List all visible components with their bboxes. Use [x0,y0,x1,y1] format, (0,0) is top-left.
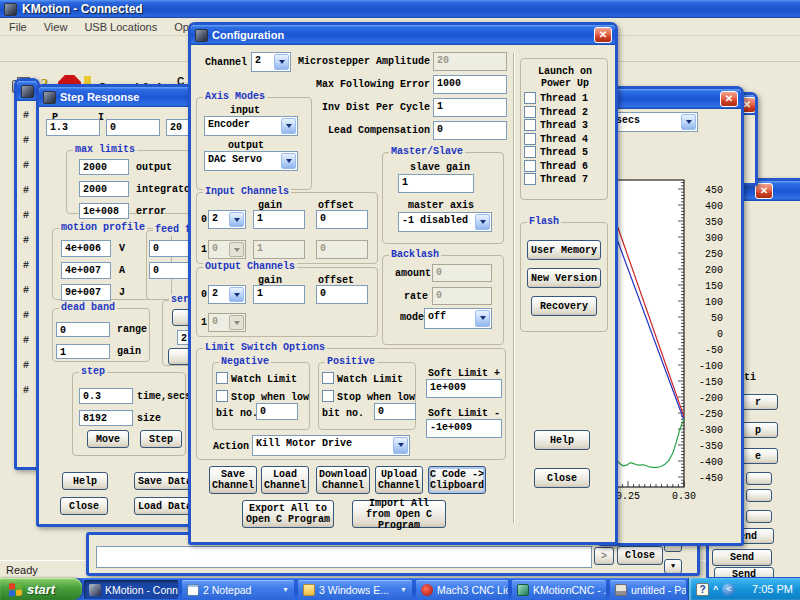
soft-limit-minus-field[interactable]: -1e+009 [426,419,502,438]
task-group-chevron-icon[interactable]: ▼ [400,586,407,593]
negative-stop-when-low-checkbox[interactable] [216,390,228,402]
channel-select[interactable]: 2 [251,52,291,72]
panel-small-button[interactable] [746,489,772,502]
configuration-titlebar[interactable]: Configuration [191,25,615,45]
master-axis-select[interactable]: -1 disabled [398,212,492,232]
taskbar-task-kmotioncnc[interactable]: KMotionCNC - ... [512,580,606,599]
time-units-select[interactable]: secs [612,112,698,132]
step-button[interactable]: Step [140,430,182,448]
panel-button-fragment[interactable]: r [738,394,778,410]
thread-checkbox[interactable] [524,173,536,185]
help-button[interactable]: Help [62,472,108,490]
menu-file[interactable]: File [9,21,27,33]
task-group-chevron-icon[interactable]: ▼ [282,586,289,593]
user-memory-button[interactable]: User Memory [527,240,601,260]
close-icon[interactable]: ✕ [720,91,738,107]
config-help-button[interactable]: Help [534,430,590,450]
negative-watch-limit-checkbox[interactable] [216,372,228,384]
collapse-tray-icon[interactable]: < [722,583,735,596]
lead-compensation-field[interactable]: 0 [433,121,507,140]
taskbar-task-kmotion[interactable]: KMotion - Conn... [84,580,178,599]
thread-checkbox[interactable] [524,146,536,158]
max-integrator-field[interactable]: 2000 [79,181,129,197]
c-code-clipboard-button[interactable]: C Code -> Clipboard [428,466,486,494]
strip-close-button[interactable]: Close [617,546,663,565]
svg-text:0: 0 [717,329,723,340]
inv-dist-field[interactable]: 1 [433,98,507,117]
max-following-error-field[interactable]: 1000 [433,75,507,94]
taskbar-task-mach3[interactable]: Mach3 CNC Lic... [416,580,508,599]
input-row0-gain-field[interactable]: 1 [253,210,305,229]
thread-checkbox[interactable] [524,119,536,131]
panel-button-fragment[interactable]: e [738,448,778,464]
launch-on-power-up-title: Launch on Power Up [530,66,600,90]
close-icon[interactable]: ✕ [594,27,612,43]
start-button[interactable]: start [0,578,82,600]
max-output-field[interactable]: 2000 [79,159,129,175]
panel-small-button[interactable] [746,510,772,523]
panel-small-button[interactable] [746,472,772,485]
load-data-button[interactable]: Load Data [134,497,196,515]
positive-stop-when-low-checkbox[interactable] [322,390,334,402]
dead-band-gain-field[interactable]: 1 [56,344,110,359]
limit-action-select[interactable]: Kill Motor Drive [252,435,410,456]
velocity-field[interactable]: 4e+006 [61,240,111,257]
menu-usb-locations[interactable]: USB Locations [84,21,157,33]
negative-bit-field[interactable]: 0 [256,403,298,420]
load-channel-button[interactable]: Load Channel [261,466,309,494]
new-version-button[interactable]: New Version [527,268,601,288]
upload-channel-button[interactable]: Upload Channel [375,466,423,494]
action-label: Action [213,441,249,453]
i-gain-field[interactable]: 0 [106,119,160,136]
input-row0-channel-select[interactable]: 2 [208,210,246,229]
close-button[interactable]: Close [60,497,108,515]
max-error-field[interactable]: 1e+008 [79,203,129,219]
output-mode-select[interactable]: DAC Servo [204,151,298,171]
show-hidden-icons-icon[interactable]: ^ [713,584,718,594]
save-channel-button[interactable]: Save Channel [209,466,257,494]
feed-forward-field-2[interactable]: 0 [149,262,193,279]
save-data-button[interactable]: Save Data [134,472,196,490]
recovery-button[interactable]: Recovery [531,296,597,316]
command-input[interactable] [96,546,592,568]
download-channel-button[interactable]: Download Channel [316,466,370,494]
close-icon[interactable]: ✕ [755,183,773,199]
send-button[interactable]: Send [712,549,772,566]
backlash-mode-select[interactable]: off [424,308,492,329]
left-window-titlebar[interactable] [17,81,37,101]
config-close-button[interactable]: Close [534,468,590,488]
taskbar-task-folder[interactable]: 3 Windows E...▼ [298,580,412,599]
soft-limit-plus-field[interactable]: 1e+009 [426,379,502,398]
jerk-field[interactable]: 9e+007 [61,284,111,301]
menu-view[interactable]: View [44,21,68,33]
thread-checkbox[interactable] [524,133,536,145]
output-row0-index: 0 [201,289,207,301]
step-size-field[interactable]: 8192 [79,410,133,426]
expand-button[interactable]: > [594,547,614,565]
move-button[interactable]: Move [87,430,129,448]
help-tray-icon[interactable]: ? [696,583,709,596]
output-row0-channel-select[interactable]: 2 [208,285,246,304]
thread-checkbox[interactable] [524,106,536,118]
import-all-button[interactable]: Import All from Open C Program [352,500,446,528]
export-all-button[interactable]: Export All to Open C Program [242,500,334,528]
dead-band-range-field[interactable]: 0 [56,322,110,337]
thread-checkbox[interactable] [524,160,536,172]
slave-gain-field[interactable]: 1 [398,174,474,193]
backlash-rate-label: rate [404,291,428,303]
taskbar-task-notepad[interactable]: 2 Notepad▼ [182,580,294,599]
input-mode-select[interactable]: Encoder [204,116,298,136]
p-gain-field[interactable]: 1.3 [46,119,100,136]
input-row0-offset-field[interactable]: 0 [316,210,368,229]
output-row0-gain-field[interactable]: 1 [253,285,305,304]
step-time-field[interactable]: 0.3 [79,388,133,404]
thread-checkbox[interactable] [524,92,536,104]
positive-bit-field[interactable]: 0 [374,403,416,420]
feed-forward-field-1[interactable]: 0 [149,240,193,257]
panel-button-fragment[interactable]: p [738,422,778,438]
taskbar-task-paint[interactable]: untitled - Paint [610,580,686,599]
chevron-down-icon[interactable]: ▼ [664,559,682,574]
accel-field[interactable]: 4e+007 [61,262,111,279]
output-row0-offset-field[interactable]: 0 [316,285,368,304]
positive-watch-limit-checkbox[interactable] [322,372,334,384]
